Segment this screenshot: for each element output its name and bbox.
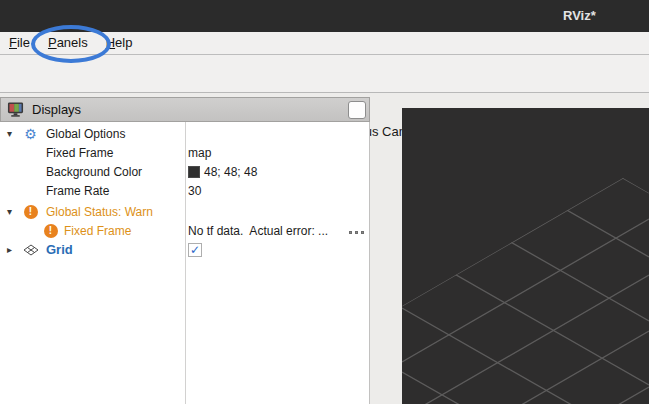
warning-message: No tf data. Actual error: ... bbox=[188, 224, 328, 238]
ground-grid bbox=[402, 108, 649, 404]
background-color-value[interactable]: 48; 48; 48 bbox=[188, 165, 257, 179]
tree-row-grid[interactable]: ▸ Grid ✓ bbox=[0, 240, 369, 259]
row-label: Grid bbox=[46, 242, 73, 257]
menu-bar: File Panels Help bbox=[0, 32, 649, 55]
menu-help[interactable]: Help bbox=[97, 32, 142, 55]
rviz-window: { "window": { "title": "RViz*" }, "menu"… bbox=[0, 0, 649, 404]
menu-file[interactable]: File bbox=[0, 32, 39, 55]
row-label: Frame Rate bbox=[46, 184, 109, 198]
warning-icon: ! bbox=[42, 223, 59, 239]
tree-row-fixed-frame-warning[interactable]: ! Fixed Frame No tf data. Actual error: … bbox=[0, 221, 369, 240]
color-swatch bbox=[188, 166, 200, 178]
render-viewport[interactable] bbox=[402, 108, 649, 404]
splitter-handle[interactable] bbox=[349, 231, 365, 235]
checkbox-checked[interactable]: ✓ bbox=[188, 243, 202, 257]
collapse-arrow-icon[interactable]: ▾ bbox=[4, 128, 15, 139]
grid-enabled-checkbox[interactable]: ✓ bbox=[188, 243, 202, 257]
toolbar: Interact Move Camera Select bbox=[0, 55, 649, 93]
row-label: Global Options bbox=[46, 127, 125, 141]
tree-row-fixed-frame[interactable]: Fixed Frame map bbox=[0, 143, 369, 162]
tree-row-frame-rate[interactable]: Frame Rate 30 bbox=[0, 181, 369, 200]
gear-icon: ⚙ bbox=[22, 126, 39, 142]
displays-tree: ▾ ⚙ Global Options Fixed Frame map Backg… bbox=[0, 122, 370, 404]
expand-arrow-icon[interactable]: ▸ bbox=[4, 244, 15, 255]
window-title: RViz* bbox=[563, 0, 596, 32]
color-swatch-text: 48; 48; 48 bbox=[204, 165, 257, 179]
menu-panels[interactable]: Panels bbox=[39, 32, 97, 55]
tree-row-global-status[interactable]: ▾ ! Global Status: Warn bbox=[0, 202, 369, 221]
row-label: Fixed Frame bbox=[64, 224, 131, 238]
grid-icon bbox=[22, 242, 39, 258]
row-label: Global Status: Warn bbox=[46, 205, 153, 219]
fixed-frame-value[interactable]: map bbox=[188, 146, 211, 160]
displays-panel-title: Displays bbox=[32, 102, 81, 117]
title-bar: RViz* bbox=[0, 0, 649, 32]
displays-panel-header[interactable]: Displays bbox=[0, 97, 370, 122]
tree-row-background-color[interactable]: Background Color 48; 48; 48 bbox=[0, 162, 369, 181]
panel-float-button[interactable] bbox=[348, 101, 366, 119]
frame-rate-value[interactable]: 30 bbox=[188, 184, 201, 198]
warning-icon: ! bbox=[22, 204, 39, 220]
tree-row-global-options[interactable]: ▾ ⚙ Global Options bbox=[0, 124, 369, 143]
monitor-icon bbox=[7, 101, 24, 118]
row-label: Background Color bbox=[46, 165, 142, 179]
collapse-arrow-icon[interactable]: ▾ bbox=[4, 206, 15, 217]
displays-panel: Displays ▾ ⚙ Global Options Fixed Frame … bbox=[0, 97, 370, 404]
row-label: Fixed Frame bbox=[46, 146, 113, 160]
